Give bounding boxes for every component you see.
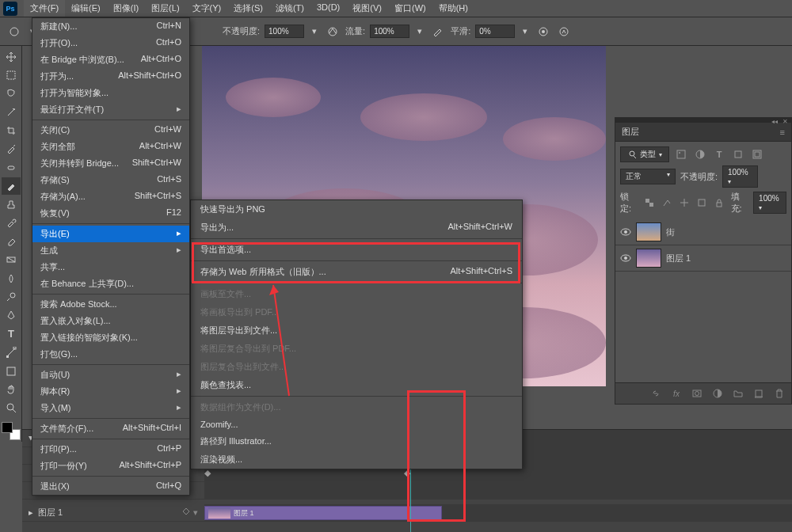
smooth-value[interactable]: 0% <box>475 25 515 38</box>
airbrush-icon[interactable] <box>430 24 446 40</box>
file-menu-item-10[interactable]: 存储(S)Ctrl+S <box>32 172 189 188</box>
file-menu-item-5[interactable]: 最近打开文件(T)▸ <box>32 101 189 118</box>
pen-tool[interactable] <box>2 307 21 324</box>
fill-value[interactable]: 100% ▾ <box>753 192 786 214</box>
export-menu-item-12[interactable]: 颜色查找表... <box>191 376 522 394</box>
lock-position-icon[interactable] <box>678 196 691 210</box>
menu-8[interactable]: 视图(V) <box>346 0 388 17</box>
file-menu-item-3[interactable]: 打开为...Alt+Shift+Ctrl+O <box>32 68 189 85</box>
file-menu-item-8[interactable]: 关闭全部Alt+Ctrl+W <box>32 139 189 155</box>
file-menu-item-26[interactable]: 导入(M)▸ <box>32 400 189 416</box>
move-tool[interactable] <box>2 48 21 65</box>
export-menu-item-0[interactable]: 快速导出为 PNG <box>191 200 522 218</box>
color-swatches[interactable] <box>2 422 21 440</box>
file-menu-item-28[interactable]: 文件简介(F)...Alt+Shift+Ctrl+I <box>32 420 189 437</box>
panel-menu-icon[interactable]: ≡ <box>780 127 785 137</box>
crop-tool[interactable] <box>2 122 21 139</box>
smooth-settings-icon[interactable] <box>535 24 551 40</box>
filter-type-dropdown[interactable]: 类型 ▾ <box>620 146 669 162</box>
path-tool[interactable] <box>2 344 21 361</box>
gradient-tool[interactable] <box>2 252 21 268</box>
flow-value[interactable]: 100% <box>370 25 409 38</box>
pressure-opacity-icon[interactable] <box>325 24 341 40</box>
new-layer-icon[interactable] <box>752 386 766 401</box>
mask-icon[interactable] <box>690 386 704 401</box>
file-menu-item-33[interactable]: 退出(X)Ctrl+Q <box>32 478 189 495</box>
eraser-tool[interactable] <box>2 233 21 249</box>
export-menu-item-9[interactable]: 将图层导出到文件... <box>191 321 522 340</box>
layer-name[interactable]: 图层 1 <box>666 253 691 264</box>
lock-artboard-icon[interactable] <box>695 196 708 210</box>
layers-tab[interactable]: 图层 <box>622 126 639 138</box>
file-menu-item-2[interactable]: 在 Bridge 中浏览(B)...Alt+Ctrl+O <box>32 51 189 68</box>
menu-0[interactable]: 文件(F) <box>24 0 65 17</box>
visibility-icon[interactable] <box>620 226 631 238</box>
filter-type-icon[interactable]: T <box>712 147 726 162</box>
export-menu-item-16[interactable]: 路径到 Illustrator... <box>191 432 522 450</box>
pressure-size-icon[interactable] <box>556 24 572 40</box>
menu-6[interactable]: 滤镜(T) <box>269 0 310 17</box>
file-menu-item-0[interactable]: 新建(N)...Ctrl+N <box>32 18 189 35</box>
file-menu-item-15[interactable]: 生成▸ <box>32 242 189 259</box>
layer-row[interactable]: 图层 1 <box>615 245 791 272</box>
file-menu-item-9[interactable]: 关闭并转到 Bridge...Shift+Ctrl+W <box>32 155 189 172</box>
layer-opacity-value[interactable]: 100% ▾ <box>722 165 758 188</box>
type-tool[interactable]: T <box>2 325 21 342</box>
file-menu-item-20[interactable]: 置入嵌入对象(L)... <box>32 313 189 329</box>
zoom-tool[interactable] <box>2 400 21 416</box>
opacity-dropdown[interactable]: ▾ <box>309 26 320 37</box>
export-menu-item-15[interactable]: Zoomify... <box>191 416 522 432</box>
lock-all-icon[interactable] <box>713 196 725 210</box>
marquee-tool[interactable] <box>2 66 21 83</box>
panel-close-icon[interactable]: ✕ <box>782 118 788 123</box>
lock-transparent-icon[interactable] <box>643 196 656 210</box>
menu-5[interactable]: 选择(S) <box>227 0 269 17</box>
file-menu-item-22[interactable]: 打包(G)... <box>32 346 189 363</box>
fx-icon[interactable]: fx <box>669 386 683 401</box>
healing-tool[interactable] <box>2 159 21 176</box>
stamp-tool[interactable] <box>2 196 21 213</box>
filter-adjust-icon[interactable] <box>693 147 707 162</box>
opacity-value[interactable]: 100% <box>265 25 304 38</box>
flow-dropdown[interactable]: ▾ <box>414 26 425 37</box>
layer-name[interactable]: 街 <box>666 226 675 238</box>
shape-tool[interactable] <box>2 363 21 379</box>
visibility-icon[interactable] <box>620 253 631 264</box>
file-menu-item-17[interactable]: 在 Behance 上共享(D)... <box>32 276 189 292</box>
track-menu-icon[interactable]: ▾ <box>193 507 198 518</box>
layer-row[interactable]: 街 <box>615 219 791 245</box>
filter-shape-icon[interactable] <box>731 147 745 162</box>
timeline-clip[interactable]: 图层 1 <box>204 506 442 520</box>
file-menu-item-4[interactable]: 打开为智能对象... <box>32 85 189 101</box>
menu-10[interactable]: 帮助(H) <box>432 0 474 17</box>
hand-tool[interactable] <box>2 381 21 397</box>
link-layers-icon[interactable] <box>649 386 663 401</box>
export-menu-item-17[interactable]: 渲染视频... <box>191 450 522 469</box>
group-icon[interactable] <box>731 386 745 401</box>
export-menu-item-5[interactable]: 存储为 Web 所用格式（旧版）...Alt+Shift+Ctrl+S <box>191 263 522 281</box>
menu-4[interactable]: 文字(Y) <box>186 0 228 17</box>
blend-mode-dropdown[interactable]: 正常 ▾ <box>620 169 676 184</box>
track-name[interactable]: 图层 1 <box>38 507 63 519</box>
file-menu-item-16[interactable]: 共享... <box>32 259 189 276</box>
lock-image-icon[interactable] <box>661 196 673 210</box>
wand-tool[interactable] <box>2 104 21 120</box>
file-menu-item-25[interactable]: 脚本(R)▸ <box>32 383 189 400</box>
file-menu-item-7[interactable]: 关闭(C)Ctrl+W <box>32 122 189 139</box>
adjustment-icon[interactable] <box>710 386 725 401</box>
menu-2[interactable]: 图像(I) <box>107 0 145 17</box>
dodge-tool[interactable] <box>2 288 21 305</box>
file-menu-item-1[interactable]: 打开(O)...Ctrl+O <box>32 35 189 51</box>
menu-7[interactable]: 3D(D) <box>310 0 346 17</box>
history-brush-tool[interactable] <box>2 215 21 231</box>
eyedropper-tool[interactable] <box>2 141 21 158</box>
brush-tool[interactable] <box>2 177 21 194</box>
file-menu-item-21[interactable]: 置入链接的智能对象(K)... <box>32 329 189 346</box>
file-menu-item-24[interactable]: 自动(U)▸ <box>32 367 189 383</box>
export-menu-item-3[interactable]: 导出首选项... <box>191 241 522 259</box>
menu-3[interactable]: 图层(L) <box>145 0 185 17</box>
file-menu-item-12[interactable]: 恢复(V)F12 <box>32 205 189 222</box>
expand-icon[interactable]: ▸ <box>29 507 33 518</box>
export-menu-item-1[interactable]: 导出为...Alt+Shift+Ctrl+W <box>191 218 522 237</box>
panel-collapse-icon[interactable]: ◂◂ <box>771 118 778 123</box>
